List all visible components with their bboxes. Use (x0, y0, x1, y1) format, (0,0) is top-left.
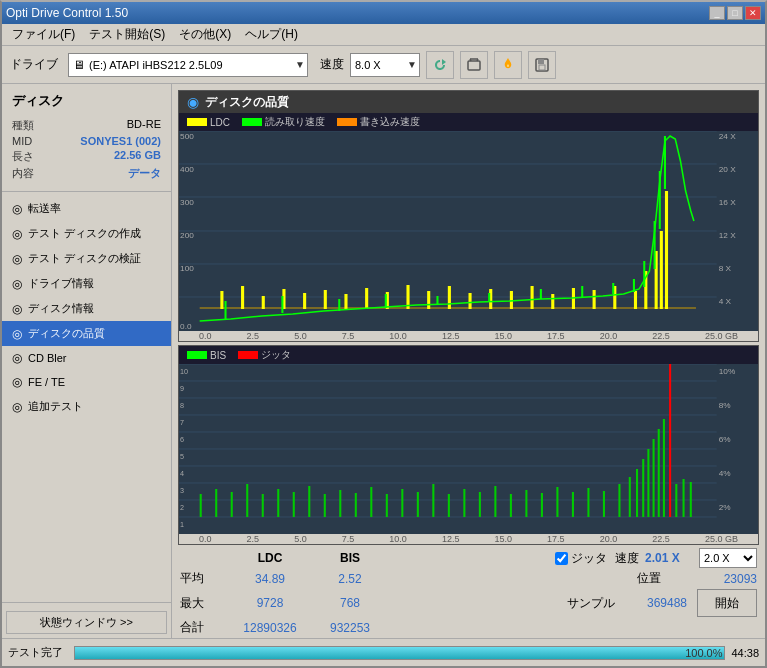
svg-text:6: 6 (180, 436, 184, 444)
erase-button[interactable] (460, 51, 488, 79)
svg-rect-115 (636, 469, 638, 517)
sidebar-item-drive-info[interactable]: ◎ ドライブ情報 (2, 271, 171, 296)
menu-file[interactable]: ファイル(F) (6, 24, 81, 45)
menu-test-start[interactable]: テスト開始(S) (83, 24, 171, 45)
menu-other[interactable]: その他(X) (173, 24, 237, 45)
save-button[interactable] (528, 51, 556, 79)
burn-button[interactable] (494, 51, 522, 79)
svg-rect-97 (370, 487, 372, 517)
cd-bler-icon: ◎ (12, 351, 22, 365)
svg-rect-32 (448, 286, 451, 309)
jitter-checkbox-row: ジッタ (555, 550, 607, 567)
bx-label-7.5: 7.5 (342, 534, 355, 544)
svg-rect-31 (427, 291, 430, 309)
progress-bar-fill (75, 647, 724, 659)
sidebar-item-verify-test-label: テスト ディスクの検証 (28, 251, 141, 266)
svg-rect-96 (355, 493, 357, 517)
menu-help[interactable]: ヘルプ(H) (239, 24, 304, 45)
stats-section: LDC BIS ジッタ 速度 2.01 X 2.0 X 平均 (172, 545, 765, 638)
x-label-20: 20.0 (600, 331, 618, 341)
disk-type-label: 種類 (12, 118, 34, 133)
sidebar-item-extra-test[interactable]: ◎ 追加テスト (2, 394, 171, 419)
sidebar-item-cd-bler[interactable]: ◎ CD Bler (2, 346, 171, 370)
x-label-22.5: 22.5 (652, 331, 670, 341)
start-button[interactable]: 開始 (697, 589, 757, 617)
jitter-label: ジッタ (571, 550, 607, 567)
top-chart-panel: 500 400 300 200 100 0.0 (178, 131, 759, 342)
svg-rect-103 (463, 489, 465, 517)
sidebar-item-disk-info-label: ディスク情報 (28, 301, 94, 316)
svg-rect-37 (551, 294, 554, 309)
sample-value: 369488 (627, 596, 687, 610)
disk-content-label: 内容 (12, 166, 34, 181)
bx-label-12.5: 12.5 (442, 534, 460, 544)
speed-select-dropdown[interactable]: 2.0 X (699, 548, 757, 568)
stats-speed-value: 2.01 X (645, 551, 695, 565)
ldc-header: LDC (230, 551, 310, 565)
time-display: 44:38 (731, 647, 759, 659)
chart-panel-title: ディスクの品質 (205, 94, 289, 111)
max-bis: 768 (310, 596, 390, 610)
close-button[interactable]: ✕ (745, 6, 761, 20)
jitter-checkbox[interactable] (555, 552, 568, 565)
sidebar-item-fe-te[interactable]: ◎ FE / TE (2, 370, 171, 394)
svg-rect-26 (324, 290, 327, 309)
sidebar-item-transfer-label: 転送率 (28, 201, 61, 216)
legend-ldc-label: LDC (210, 117, 230, 128)
disk-info: 種類 BD-RE MID SONYES1 (002) 長さ 22.56 GB 内… (2, 114, 171, 187)
svg-marker-0 (442, 59, 446, 65)
svg-text:12 X: 12 X (719, 231, 737, 240)
svg-rect-100 (417, 492, 419, 517)
sidebar-item-disk-info[interactable]: ◎ ディスク情報 (2, 296, 171, 321)
svg-rect-89 (246, 484, 248, 517)
maximize-button[interactable]: □ (727, 6, 743, 20)
titlebar: Opti Drive Control 1.50 _ □ ✕ (2, 2, 765, 24)
menubar: ファイル(F) テスト開始(S) その他(X) ヘルプ(H) (2, 24, 765, 46)
drive-info-icon: ◎ (12, 277, 22, 291)
speed-label: 速度 (320, 56, 344, 73)
top-chart-svg: 500 400 300 200 100 0.0 (179, 131, 758, 331)
sidebar-item-verify-test[interactable]: ◎ テスト ディスクの検証 (2, 246, 171, 271)
svg-rect-7 (539, 65, 545, 70)
x-label-5: 5.0 (294, 331, 307, 341)
svg-rect-87 (215, 489, 217, 517)
status-window-button[interactable]: 状態ウィンドウ >> (6, 611, 167, 634)
max-ldc: 9728 (230, 596, 310, 610)
total-label: 合計 (180, 619, 230, 636)
disk-info-mid: MID SONYES1 (002) (12, 135, 161, 147)
svg-rect-92 (293, 492, 295, 517)
legend-read-speed-label: 読み取り速度 (265, 115, 325, 129)
svg-rect-104 (479, 492, 481, 517)
total-bis: 932253 (310, 621, 390, 635)
svg-text:6%: 6% (719, 435, 731, 444)
svg-rect-44 (660, 231, 663, 309)
max-label: 最大 (180, 595, 230, 612)
svg-rect-27 (344, 294, 347, 309)
legend-ldc-color (187, 118, 207, 126)
legend-read-speed-color (242, 118, 262, 126)
sample-label: サンプル (567, 595, 627, 612)
svg-rect-93 (308, 486, 310, 517)
svg-rect-117 (647, 449, 649, 517)
svg-text:8 X: 8 X (719, 264, 732, 273)
svg-rect-98 (386, 494, 388, 517)
refresh-button[interactable] (426, 51, 454, 79)
minimize-button[interactable]: _ (709, 6, 725, 20)
drive-select[interactable]: 🖥 (E:) ATAPI iHBS212 2.5L09 ▼ (68, 53, 308, 77)
stats-total-row: 合計 12890326 932253 (180, 619, 757, 636)
disk-info-type: 種類 BD-RE (12, 118, 161, 133)
speed-select[interactable]: 8.0 X ▼ (350, 53, 420, 77)
sidebar-item-transfer[interactable]: ◎ 転送率 (2, 196, 171, 221)
svg-text:200: 200 (180, 231, 194, 240)
position-value: 23093 (697, 572, 757, 586)
bx-label-20: 20.0 (600, 534, 618, 544)
sidebar-item-create-test[interactable]: ◎ テスト ディスクの作成 (2, 221, 171, 246)
bx-label-15: 15.0 (495, 534, 513, 544)
x-label-17.5: 17.5 (547, 331, 565, 341)
svg-text:400: 400 (180, 165, 194, 174)
stats-avg-row: 平均 34.89 2.52 位置 23093 (180, 570, 757, 587)
disk-type-value: BD-RE (127, 118, 161, 133)
sidebar-item-disk-quality[interactable]: ◎ ディスクの品質 (2, 321, 171, 346)
svg-text:2%: 2% (719, 503, 731, 512)
svg-rect-33 (469, 293, 472, 309)
